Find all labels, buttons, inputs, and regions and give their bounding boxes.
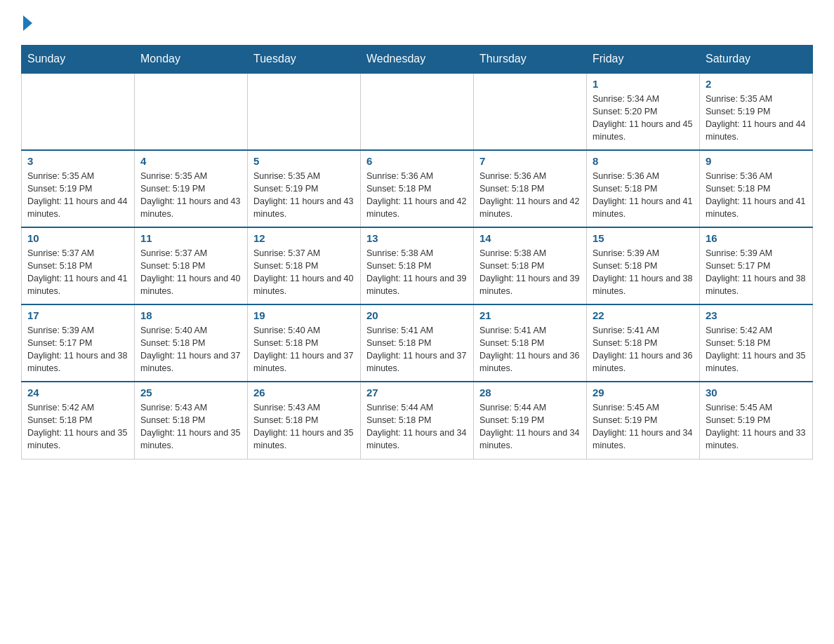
weekday-header-friday: Friday: [587, 46, 700, 74]
calendar-cell: 8Sunrise: 5:36 AMSunset: 5:18 PMDaylight…: [587, 150, 700, 227]
calendar-cell: 25Sunrise: 5:43 AMSunset: 5:18 PMDayligh…: [135, 382, 248, 459]
day-number: 6: [366, 155, 468, 167]
calendar-cell: 30Sunrise: 5:45 AMSunset: 5:19 PMDayligh…: [700, 382, 813, 459]
day-number: 8: [593, 155, 694, 167]
day-info: Sunrise: 5:35 AMSunset: 5:19 PMDaylight:…: [140, 170, 241, 221]
weekday-header-sunday: Sunday: [22, 46, 135, 74]
calendar-cell: 13Sunrise: 5:38 AMSunset: 5:18 PMDayligh…: [361, 227, 474, 304]
calendar-cell: 7Sunrise: 5:36 AMSunset: 5:18 PMDaylight…: [474, 150, 587, 227]
week-row: 17Sunrise: 5:39 AMSunset: 5:17 PMDayligh…: [22, 304, 813, 382]
day-number: 21: [479, 309, 581, 321]
day-number: 15: [593, 232, 694, 244]
calendar-cell: 5Sunrise: 5:35 AMSunset: 5:19 PMDaylight…: [248, 150, 361, 227]
calendar-cell: 22Sunrise: 5:41 AMSunset: 5:18 PMDayligh…: [587, 304, 700, 382]
day-info: Sunrise: 5:44 AMSunset: 5:19 PMDaylight:…: [479, 401, 581, 452]
day-number: 25: [140, 387, 241, 398]
calendar-cell: [248, 73, 361, 150]
calendar-cell: 1Sunrise: 5:34 AMSunset: 5:20 PMDaylight…: [587, 73, 700, 150]
day-info: Sunrise: 5:37 AMSunset: 5:18 PMDaylight:…: [253, 247, 355, 298]
weekday-header-wednesday: Wednesday: [361, 46, 474, 74]
calendar-cell: [22, 73, 135, 150]
calendar-cell: 28Sunrise: 5:44 AMSunset: 5:19 PMDayligh…: [474, 382, 587, 459]
day-info: Sunrise: 5:40 AMSunset: 5:18 PMDaylight:…: [140, 324, 241, 375]
day-info: Sunrise: 5:36 AMSunset: 5:18 PMDaylight:…: [479, 170, 581, 221]
day-number: 2: [706, 78, 807, 90]
calendar-cell: 17Sunrise: 5:39 AMSunset: 5:17 PMDayligh…: [22, 304, 135, 382]
calendar-cell: 14Sunrise: 5:38 AMSunset: 5:18 PMDayligh…: [474, 227, 587, 304]
weekday-header-monday: Monday: [135, 46, 248, 74]
day-info: Sunrise: 5:41 AMSunset: 5:18 PMDaylight:…: [366, 324, 468, 375]
day-info: Sunrise: 5:36 AMSunset: 5:18 PMDaylight:…: [366, 170, 468, 221]
day-number: 27: [366, 387, 468, 398]
day-number: 7: [479, 155, 581, 167]
day-number: 13: [366, 232, 468, 244]
calendar-cell: 11Sunrise: 5:37 AMSunset: 5:18 PMDayligh…: [135, 227, 248, 304]
day-info: Sunrise: 5:41 AMSunset: 5:18 PMDaylight:…: [593, 324, 694, 375]
calendar-cell: 19Sunrise: 5:40 AMSunset: 5:18 PMDayligh…: [248, 304, 361, 382]
calendar-table: SundayMondayTuesdayWednesdayThursdayFrid…: [21, 45, 813, 459]
day-info: Sunrise: 5:44 AMSunset: 5:18 PMDaylight:…: [366, 401, 468, 452]
day-info: Sunrise: 5:34 AMSunset: 5:20 PMDaylight:…: [593, 93, 694, 144]
day-info: Sunrise: 5:45 AMSunset: 5:19 PMDaylight:…: [593, 401, 694, 452]
day-info: Sunrise: 5:41 AMSunset: 5:18 PMDaylight:…: [479, 324, 581, 375]
day-info: Sunrise: 5:40 AMSunset: 5:18 PMDaylight:…: [253, 324, 355, 375]
day-number: 26: [253, 387, 355, 398]
day-info: Sunrise: 5:38 AMSunset: 5:18 PMDaylight:…: [479, 247, 581, 298]
calendar-cell: 12Sunrise: 5:37 AMSunset: 5:18 PMDayligh…: [248, 227, 361, 304]
weekday-header-row: SundayMondayTuesdayWednesdayThursdayFrid…: [22, 46, 813, 74]
calendar-cell: 26Sunrise: 5:43 AMSunset: 5:18 PMDayligh…: [248, 382, 361, 459]
day-info: Sunrise: 5:35 AMSunset: 5:19 PMDaylight:…: [253, 170, 355, 221]
calendar-cell: 4Sunrise: 5:35 AMSunset: 5:19 PMDaylight…: [135, 150, 248, 227]
day-number: 3: [27, 155, 128, 167]
day-number: 5: [253, 155, 355, 167]
day-number: 10: [27, 232, 128, 244]
calendar-cell: 16Sunrise: 5:39 AMSunset: 5:17 PMDayligh…: [700, 227, 813, 304]
calendar-cell: 27Sunrise: 5:44 AMSunset: 5:18 PMDayligh…: [361, 382, 474, 459]
day-info: Sunrise: 5:43 AMSunset: 5:18 PMDaylight:…: [253, 401, 355, 452]
day-info: Sunrise: 5:39 AMSunset: 5:17 PMDaylight:…: [27, 324, 128, 375]
day-info: Sunrise: 5:45 AMSunset: 5:19 PMDaylight:…: [706, 401, 807, 452]
day-number: 23: [706, 309, 807, 321]
day-info: Sunrise: 5:35 AMSunset: 5:19 PMDaylight:…: [27, 170, 128, 221]
calendar-cell: 29Sunrise: 5:45 AMSunset: 5:19 PMDayligh…: [587, 382, 700, 459]
day-info: Sunrise: 5:36 AMSunset: 5:18 PMDaylight:…: [593, 170, 694, 221]
calendar-cell: 24Sunrise: 5:42 AMSunset: 5:18 PMDayligh…: [22, 382, 135, 459]
day-number: 30: [706, 387, 807, 398]
calendar-cell: 21Sunrise: 5:41 AMSunset: 5:18 PMDayligh…: [474, 304, 587, 382]
day-info: Sunrise: 5:37 AMSunset: 5:18 PMDaylight:…: [140, 247, 241, 298]
calendar-cell: 6Sunrise: 5:36 AMSunset: 5:18 PMDaylight…: [361, 150, 474, 227]
logo-arrow-icon: [23, 15, 32, 31]
calendar-cell: 2Sunrise: 5:35 AMSunset: 5:19 PMDaylight…: [700, 73, 813, 150]
day-info: Sunrise: 5:43 AMSunset: 5:18 PMDaylight:…: [140, 401, 241, 452]
day-number: 28: [479, 387, 581, 398]
day-info: Sunrise: 5:35 AMSunset: 5:19 PMDaylight:…: [706, 93, 807, 144]
day-number: 9: [706, 155, 807, 167]
day-info: Sunrise: 5:38 AMSunset: 5:18 PMDaylight:…: [366, 247, 468, 298]
day-number: 18: [140, 309, 241, 321]
calendar-cell: 20Sunrise: 5:41 AMSunset: 5:18 PMDayligh…: [361, 304, 474, 382]
day-number: 14: [479, 232, 581, 244]
calendar-cell: [361, 73, 474, 150]
day-number: 24: [27, 387, 128, 398]
day-info: Sunrise: 5:39 AMSunset: 5:17 PMDaylight:…: [706, 247, 807, 298]
day-number: 1: [593, 78, 694, 90]
day-number: 20: [366, 309, 468, 321]
week-row: 10Sunrise: 5:37 AMSunset: 5:18 PMDayligh…: [22, 227, 813, 304]
week-row: 3Sunrise: 5:35 AMSunset: 5:19 PMDaylight…: [22, 150, 813, 227]
day-info: Sunrise: 5:42 AMSunset: 5:18 PMDaylight:…: [27, 401, 128, 452]
calendar-cell: 10Sunrise: 5:37 AMSunset: 5:18 PMDayligh…: [22, 227, 135, 304]
calendar-cell: [135, 73, 248, 150]
day-number: 4: [140, 155, 241, 167]
calendar-cell: 9Sunrise: 5:36 AMSunset: 5:18 PMDaylight…: [700, 150, 813, 227]
day-info: Sunrise: 5:42 AMSunset: 5:18 PMDaylight:…: [706, 324, 807, 375]
day-info: Sunrise: 5:37 AMSunset: 5:18 PMDaylight:…: [27, 247, 128, 298]
week-row: 1Sunrise: 5:34 AMSunset: 5:20 PMDaylight…: [22, 73, 813, 150]
page-header: [21, 14, 813, 31]
day-number: 11: [140, 232, 241, 244]
day-info: Sunrise: 5:39 AMSunset: 5:18 PMDaylight:…: [593, 247, 694, 298]
weekday-header-saturday: Saturday: [700, 46, 813, 74]
calendar-cell: 15Sunrise: 5:39 AMSunset: 5:18 PMDayligh…: [587, 227, 700, 304]
week-row: 24Sunrise: 5:42 AMSunset: 5:18 PMDayligh…: [22, 382, 813, 459]
day-number: 19: [253, 309, 355, 321]
day-number: 29: [593, 387, 694, 398]
